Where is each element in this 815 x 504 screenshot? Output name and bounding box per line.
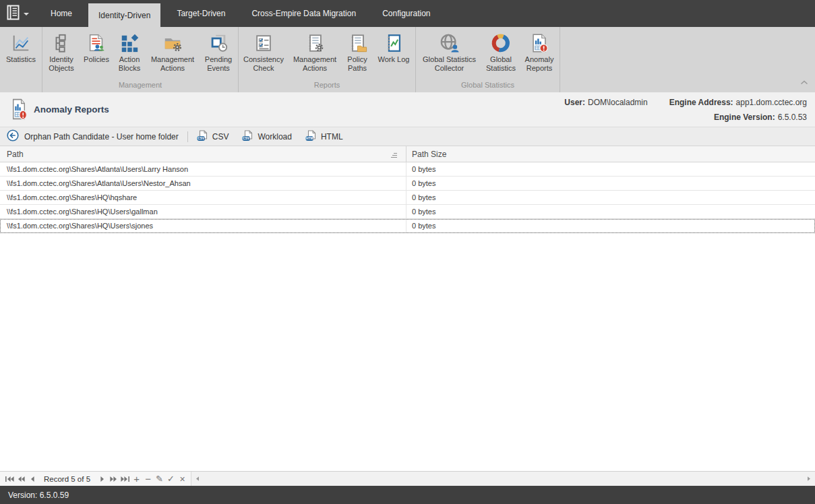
- ribbon-button-pending-events[interactable]: Pending Events: [200, 30, 237, 74]
- table-row-selected[interactable]: \\fs1.dom.cctec.org\Shares\HQ\Users\sjon…: [0, 219, 815, 233]
- table-row[interactable]: \\fs1.dom.cctec.org\Shares\Atlanta\Users…: [0, 177, 815, 191]
- csv-file-icon: CSV: [242, 130, 253, 144]
- donut-chart-icon: [491, 31, 511, 55]
- path-size-cell: 0 bytes: [406, 177, 815, 190]
- grid-header: Path Path Size: [0, 146, 815, 162]
- column-header-path-size[interactable]: Path Size: [406, 146, 815, 162]
- path-size-cell: 0 bytes: [406, 219, 815, 232]
- nav-prev-page-icon[interactable]: [15, 472, 26, 486]
- ribbon: Statistics I: [0, 27, 815, 92]
- path-size-cell: 0 bytes: [406, 205, 815, 218]
- back-button[interactable]: Orphan Path Candidate - User home folder: [7, 129, 179, 144]
- anomaly-reports-icon: [529, 31, 549, 55]
- ribbon-button-global-statistics-collector[interactable]: Global Statistics Collector: [417, 30, 482, 74]
- data-grid: Path Path Size \\fs1.dom.cctec.org\Share…: [0, 146, 815, 471]
- app-menu-icon: [7, 5, 20, 23]
- export-workload-button[interactable]: CSV Workload: [242, 130, 291, 144]
- user-info: User:DOM\localadmin: [564, 98, 647, 107]
- tab-identity-driven[interactable]: Identity-Driven: [88, 3, 160, 27]
- page-title: Anomaly Reports: [34, 104, 109, 115]
- export-csv-button[interactable]: CSV CSV: [197, 130, 229, 144]
- engine-address-info: Engine Address:app1.dom.cctec.org: [669, 98, 807, 107]
- nav-cancel-edit-icon[interactable]: ×: [177, 472, 188, 486]
- table-row[interactable]: \\fs1.dom.cctec.org\Shares\HQ\Users\gall…: [0, 205, 815, 219]
- app-menu-button[interactable]: [0, 0, 34, 27]
- ribbon-button-policy-paths[interactable]: Policy Paths: [342, 30, 373, 74]
- ribbon-group-reports: Consistency Check: [239, 27, 416, 92]
- html-file-icon: HTM: [305, 130, 317, 144]
- nav-prev-record-icon[interactable]: [26, 472, 38, 486]
- pending-events-icon: [208, 31, 229, 55]
- record-count-status: Record 5 of 5: [44, 475, 90, 483]
- sort-ascending-icon: [390, 151, 398, 160]
- ribbon-button-identity-objects[interactable]: Identity Objects: [43, 30, 80, 74]
- nav-next-record-icon[interactable]: [96, 472, 108, 486]
- horizontal-scrollbar[interactable]: [191, 472, 815, 486]
- worklog-chart-icon: [384, 31, 404, 55]
- nav-delete-record-icon[interactable]: −: [142, 472, 154, 486]
- status-bar: Version: 6.5.0.59: [0, 486, 815, 504]
- export-html-button[interactable]: HTM HTML: [305, 130, 343, 144]
- toolbar-separator: [187, 131, 188, 142]
- ribbon-button-management-actions[interactable]: Management Actions: [146, 30, 200, 74]
- csv-file-icon: CSV: [197, 130, 208, 144]
- ribbon-button-consistency-check[interactable]: Consistency Check: [239, 30, 288, 74]
- nav-insert-record-icon[interactable]: +: [131, 472, 142, 486]
- ribbon-button-management-actions-report[interactable]: Management Actions: [288, 30, 342, 74]
- path-size-cell: 0 bytes: [406, 191, 815, 204]
- statistics-icon: [11, 31, 31, 55]
- ribbon-button-anomaly-reports[interactable]: Anomaly Reports: [520, 30, 559, 74]
- path-size-cell: 0 bytes: [406, 162, 815, 176]
- application-window: Home Identity-Driven Target-Driven Cross…: [0, 0, 815, 504]
- nav-post-edit-icon[interactable]: ✓: [165, 472, 177, 486]
- path-cell: \\fs1.dom.cctec.org\Shares\HQ\Users\gall…: [0, 205, 406, 218]
- scroll-left-icon[interactable]: [195, 476, 200, 482]
- table-row[interactable]: \\fs1.dom.cctec.org\Shares\HQ\hqshare 0 …: [0, 191, 815, 205]
- notebook-gear-icon: [305, 31, 325, 55]
- ribbon-group-label: Global Statistics: [417, 80, 559, 92]
- globe-user-icon: [439, 31, 460, 55]
- ribbon-button-work-log[interactable]: Work Log: [373, 30, 415, 65]
- notebook-folder-icon: [347, 31, 367, 55]
- nav-last-record-icon[interactable]: [119, 472, 131, 486]
- app-version-text: Version: 6.5.0.59: [8, 491, 69, 500]
- nav-next-page-icon[interactable]: [108, 472, 119, 486]
- tab-cross-empire-data-migration[interactable]: Cross-Empire Data Migration: [241, 0, 366, 27]
- tab-home[interactable]: Home: [40, 0, 82, 27]
- svg-text:HTM: HTM: [306, 137, 313, 140]
- ribbon-button-global-statistics[interactable]: Global Statistics: [482, 30, 520, 74]
- menubar: Home Identity-Driven Target-Driven Cross…: [0, 0, 815, 27]
- ribbon-button-action-blocks[interactable]: Action Blocks: [113, 30, 146, 74]
- ribbon-group-statistics: Statistics: [0, 27, 42, 92]
- page-header: Anomaly Reports User:DOM\localadmin Engi…: [0, 92, 815, 127]
- svg-text:CSV: CSV: [243, 137, 251, 140]
- ribbon-group-management: Identity Objects: [42, 27, 239, 92]
- table-row[interactable]: \\fs1.dom.cctec.org\Shares\Atlanta\Users…: [0, 162, 815, 177]
- ribbon-button-policies[interactable]: Policies: [80, 30, 113, 65]
- folder-gear-icon: [162, 31, 183, 55]
- policies-icon: [86, 31, 107, 55]
- path-cell: \\fs1.dom.cctec.org\Shares\Atlanta\Users…: [0, 162, 406, 176]
- action-blocks-icon: [119, 31, 140, 55]
- record-navigator: Record 5 of 5 + − ✎ ✓ ×: [0, 471, 815, 486]
- identity-objects-icon: [51, 31, 71, 55]
- nav-edit-record-icon[interactable]: ✎: [154, 472, 165, 486]
- ribbon-group-label: Management: [43, 80, 237, 92]
- ribbon-group-label: Reports: [239, 80, 415, 92]
- report-toolbar: Orphan Path Candidate - User home folder…: [0, 127, 815, 146]
- path-cell: \\fs1.dom.cctec.org\Shares\HQ\hqshare: [0, 191, 406, 204]
- nav-first-record-icon[interactable]: [3, 472, 15, 486]
- tab-configuration[interactable]: Configuration: [372, 0, 440, 27]
- ribbon-collapse-chevron-up-icon[interactable]: [800, 75, 808, 88]
- chevron-down-icon: [24, 13, 29, 15]
- path-cell: \\fs1.dom.cctec.org\Shares\Atlanta\Users…: [0, 177, 406, 190]
- engine-version-info: Engine Version:6.5.0.53: [669, 113, 807, 122]
- column-header-path[interactable]: Path: [0, 146, 406, 162]
- back-icon: [7, 129, 19, 144]
- path-cell: \\fs1.dom.cctec.org\Shares\HQ\Users\sjon…: [0, 219, 406, 232]
- anomaly-reports-title-icon: [9, 98, 28, 123]
- scroll-right-icon[interactable]: [806, 476, 812, 482]
- tab-target-driven[interactable]: Target-Driven: [167, 0, 235, 27]
- ribbon-button-statistics[interactable]: Statistics: [1, 30, 41, 65]
- report-title: Orphan Path Candidate - User home folder: [24, 132, 179, 141]
